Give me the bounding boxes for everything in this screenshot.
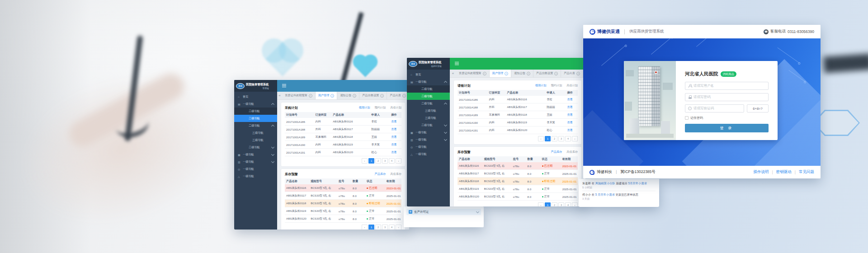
tab-close-icon[interactable]: [380, 94, 384, 98]
sidebar-item[interactable]: 二级导航: [407, 100, 450, 107]
sidebar-item[interactable]: 三级导航: [234, 136, 277, 144]
collapse-tabs-icon[interactable]: «: [450, 70, 456, 77]
page-button[interactable]: ‹: [362, 225, 368, 230]
tab-close-icon[interactable]: [330, 94, 334, 98]
sidebar-item[interactable]: 二级导航: [407, 122, 450, 129]
sidebar-item[interactable]: ⌂ 首页: [234, 93, 277, 100]
view-link[interactable]: 查看: [566, 98, 578, 102]
content-tab[interactable]: 产品分类设置: [533, 70, 561, 77]
sidebar-item[interactable]: ▥ 一级导航: [234, 158, 277, 165]
sidebar-item[interactable]: ⌂ 首页: [407, 71, 450, 78]
sidebar-item[interactable]: 二级导航: [234, 144, 277, 151]
sidebar-item[interactable]: 二级导航: [234, 115, 277, 122]
stock-filter-link[interactable]: 高值库存: [390, 172, 401, 176]
plan-filter-link[interactable]: 预约计划: [551, 84, 562, 88]
page-button[interactable]: 3: [382, 225, 388, 230]
sidebar-item[interactable]: 二级导航: [407, 93, 450, 100]
sidebar-item[interactable]: 二级导航: [407, 85, 450, 93]
sidebar-item[interactable]: 三级导航: [407, 107, 450, 114]
view-link[interactable]: 查看: [390, 143, 401, 147]
page-button[interactable]: ›: [572, 136, 578, 141]
plan-filter-link[interactable]: 高值计划: [390, 106, 401, 110]
page-button[interactable]: 4: [389, 158, 395, 164]
remember-checkbox[interactable]: [685, 116, 689, 120]
username-input[interactable]: 请填写用户名: [685, 82, 769, 90]
sidebar-item[interactable]: ▤ 一级导航: [234, 100, 277, 108]
page-button[interactable]: 3: [382, 158, 388, 164]
content-tab[interactable]: 用户管理: [316, 92, 338, 99]
content-tab[interactable]: 产品分类设置: [359, 92, 387, 99]
view-link[interactable]: 查看: [566, 128, 578, 132]
view-link[interactable]: 查看: [390, 120, 401, 124]
content-tab[interactable]: 资质证件效期预警: [282, 92, 316, 99]
sidebar-item[interactable]: ▦ 一级导航: [407, 129, 450, 136]
view-link[interactable]: 查看: [390, 127, 401, 131]
login-button[interactable]: 登 录: [685, 124, 769, 132]
feed-link[interactable]: 5月日常小需求: [628, 182, 646, 185]
sidebar-item[interactable]: 二级导航: [234, 108, 277, 115]
page-button[interactable]: 2: [375, 225, 381, 230]
page-button[interactable]: ‹: [538, 202, 544, 206]
page-button[interactable]: 1: [545, 202, 551, 206]
stock-filter-link[interactable]: 产品库存: [551, 150, 562, 154]
tab-close-icon[interactable]: [353, 94, 356, 98]
page-button[interactable]: ›: [572, 202, 578, 206]
page-button[interactable]: 4: [389, 225, 395, 230]
page-button[interactable]: ›: [396, 158, 401, 164]
tab-close-icon[interactable]: [527, 72, 530, 75]
page-button[interactable]: 4: [565, 136, 571, 141]
help-link[interactable]: 操作说明: [754, 169, 769, 175]
faq-link[interactable]: 常见问题: [799, 169, 814, 175]
page-button[interactable]: 2: [552, 202, 557, 206]
tab-close-icon[interactable]: [402, 94, 406, 98]
certificate-row[interactable]: 生产许可证: [406, 209, 481, 215]
sidebar-item[interactable]: 三级导航: [407, 114, 450, 122]
tab-close-icon[interactable]: [483, 72, 486, 75]
menu-toggle-icon[interactable]: [282, 84, 286, 88]
page-button[interactable]: 3: [558, 136, 564, 141]
content-tab[interactable]: 通知公告: [511, 70, 533, 77]
view-link[interactable]: 查看: [566, 105, 578, 109]
collapse-tabs-icon[interactable]: «: [277, 92, 282, 99]
page-button[interactable]: 1: [368, 225, 374, 230]
tab-close-icon[interactable]: [309, 94, 312, 98]
sidebar-item[interactable]: 三级导航: [234, 129, 277, 136]
captcha-input[interactable]: 请填写验证码: [685, 104, 744, 112]
view-link[interactable]: 查看: [566, 113, 578, 117]
sidebar-item[interactable]: △ 一级导航: [234, 173, 277, 180]
sidebar-item[interactable]: ◎ 一级导航: [234, 165, 277, 173]
sidebar-item[interactable]: ▥ 一级导航: [407, 136, 450, 143]
view-link[interactable]: 查看: [390, 135, 401, 139]
menu-toggle-icon[interactable]: [455, 62, 459, 66]
page-button[interactable]: 1: [545, 136, 551, 141]
view-link[interactable]: 查看: [566, 121, 578, 125]
key-driver-link[interactable]: 密钥驱动: [776, 169, 792, 175]
sidebar-item[interactable]: ◎ 一级导航: [407, 143, 450, 150]
page-button[interactable]: 4: [565, 202, 571, 206]
content-tab[interactable]: 通知公告: [337, 92, 359, 99]
plan-filter-link[interactable]: 领用计划: [535, 84, 547, 88]
page-button[interactable]: 2: [375, 158, 381, 164]
tab-close-icon[interactable]: [554, 72, 558, 75]
content-tab[interactable]: 产品出库: [561, 70, 583, 77]
page-button[interactable]: 2: [552, 136, 557, 141]
tab-close-icon[interactable]: [505, 72, 508, 75]
feed-link[interactable]: 风驰精英小分队: [595, 182, 615, 185]
tab-close-icon[interactable]: [576, 72, 580, 75]
plan-filter-link[interactable]: 领用计划: [359, 106, 370, 110]
sidebar-item[interactable]: ▦ 一级导航: [234, 151, 277, 158]
content-tab[interactable]: 资质证件效期预警: [456, 70, 490, 77]
stock-filter-link[interactable]: 产品库存: [375, 172, 386, 176]
plan-filter-link[interactable]: 预约计划: [375, 106, 386, 110]
plan-filter-link[interactable]: 高值计划: [566, 84, 578, 88]
page-button[interactable]: ‹: [362, 158, 368, 164]
sidebar-item[interactable]: △ 一级导航: [407, 150, 450, 158]
sidebar-item[interactable]: 二级导航: [234, 122, 277, 129]
view-link[interactable]: 查看: [390, 150, 401, 155]
content-tab[interactable]: 用户管理: [490, 70, 512, 77]
password-input[interactable]: 请填写密码: [685, 93, 769, 101]
stock-filter-link[interactable]: 高值库存: [566, 150, 578, 154]
page-button[interactable]: 1: [368, 158, 374, 164]
sidebar-item[interactable]: ▤ 一级导航: [407, 78, 450, 85]
page-button[interactable]: ‹: [538, 136, 544, 141]
